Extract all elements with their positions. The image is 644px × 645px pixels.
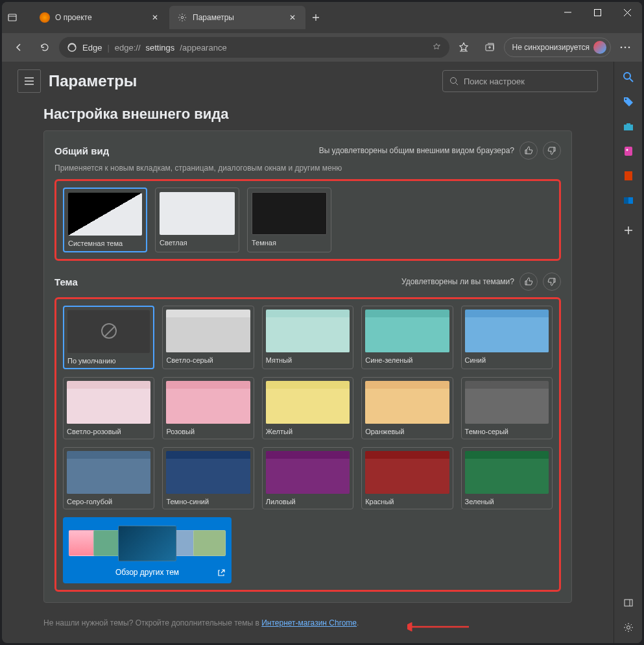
theme-card-2[interactable]: Мятный <box>262 306 353 369</box>
tab-actions-icon[interactable] <box>2 7 23 28</box>
toolbar: Edge | edge://settings/appearance + Не с… <box>2 33 642 62</box>
footer-text: Не нашли нужной темы? Откройте дополните… <box>5 613 611 633</box>
browse-label: Обзор других тем <box>69 568 225 577</box>
svg-line-16 <box>456 83 459 86</box>
close-button[interactable] <box>612 2 642 23</box>
tab-title: Параметры <box>193 13 234 22</box>
sync-button[interactable]: Не синхронизируется <box>504 38 611 57</box>
search-icon <box>449 77 459 86</box>
search-input[interactable]: Поиск настроек <box>442 70 598 92</box>
theme-label: Розовый <box>166 428 250 435</box>
url-prefix: edge:// <box>115 43 141 53</box>
refresh-button[interactable] <box>33 36 56 59</box>
theme-card-10[interactable]: Серо-голубой <box>63 447 154 509</box>
back-button[interactable] <box>7 36 30 59</box>
feedback-text: Удовлетворены ли вы темами? <box>401 277 514 286</box>
reading-list-icon[interactable]: + <box>431 42 442 53</box>
collapse-icon[interactable] <box>621 595 636 611</box>
theme-label: Мятный <box>266 356 350 364</box>
minimize-button[interactable] <box>553 2 582 23</box>
address-bar[interactable]: Edge | edge://settings/appearance + <box>59 37 449 58</box>
external-link-icon <box>217 569 225 577</box>
search-placeholder: Поиск настроек <box>464 77 525 86</box>
theme-card-4[interactable]: Синий <box>461 306 553 369</box>
mode-light[interactable]: Светлая <box>155 188 239 252</box>
thumbs-up-button[interactable] <box>519 273 538 291</box>
theme-card-7[interactable]: Желтый <box>262 377 353 439</box>
svg-point-9 <box>621 47 623 49</box>
browse-themes-button[interactable]: Обзор других тем <box>63 517 232 583</box>
browser-window: О проекте ✕ Параметры ✕ Edge <box>2 2 642 643</box>
search-icon[interactable] <box>621 69 636 85</box>
highlight-box-themes: По умолчаниюСветло-серыйМятныйСине-зелен… <box>54 297 561 592</box>
maximize-button[interactable] <box>582 2 612 23</box>
theme-card-12[interactable]: Лиловый <box>262 447 353 509</box>
svg-point-30 <box>626 626 630 629</box>
shopping-tag-icon[interactable] <box>621 94 636 110</box>
settings-icon[interactable] <box>621 620 636 635</box>
mode-preview <box>68 193 142 236</box>
overall-panel: Общий вид Вы удовлетворены общим внешним… <box>43 130 572 603</box>
mode-dark[interactable]: Темная <box>247 188 331 252</box>
menu-button[interactable] <box>18 69 41 93</box>
outlook-icon[interactable] <box>621 193 636 208</box>
tools-icon[interactable] <box>621 119 636 134</box>
theme-preview <box>365 381 449 424</box>
theme-card-14[interactable]: Зеленый <box>461 447 553 509</box>
theme-preview <box>67 310 150 353</box>
svg-point-10 <box>625 47 626 49</box>
theme-card-11[interactable]: Темно-синий <box>162 447 254 509</box>
office-icon[interactable] <box>621 168 636 184</box>
theme-label: Светло-розовый <box>67 428 150 435</box>
theme-label: Серо-голубой <box>67 498 150 505</box>
svg-rect-21 <box>624 125 633 130</box>
theme-card-5[interactable]: Светло-розовый <box>63 377 154 439</box>
theme-card-0[interactable]: По умолчанию <box>63 306 154 369</box>
thumbs-up-button[interactable] <box>519 141 538 160</box>
svg-rect-23 <box>625 147 632 156</box>
tab-about[interactable]: О проекте ✕ <box>32 6 168 29</box>
tab-strip: О проекте ✕ Параметры ✕ <box>27 6 642 29</box>
theme-card-6[interactable]: Розовый <box>162 377 254 439</box>
theme-card-13[interactable]: Красный <box>361 447 453 509</box>
theme-card-9[interactable]: Темно-серый <box>461 377 553 439</box>
theme-preview <box>266 381 350 424</box>
tab-settings[interactable]: Параметры ✕ <box>169 6 305 29</box>
overall-subtitle: Применяется к новым вкладкам, страницам,… <box>54 164 561 173</box>
theme-label: По умолчанию <box>67 357 150 365</box>
new-tab-button[interactable] <box>307 8 325 27</box>
close-icon[interactable]: ✕ <box>150 12 160 23</box>
theme-label: Синий <box>465 356 549 364</box>
svg-rect-22 <box>626 123 630 125</box>
browse-preview <box>69 524 225 563</box>
theme-card-3[interactable]: Сине-зеленый <box>361 306 453 369</box>
brand-label: Edge <box>82 43 102 53</box>
theme-card-8[interactable]: Оранжевый <box>361 377 453 439</box>
theme-preview <box>365 451 449 494</box>
highlight-box-modes: Системная тема Светлая Темная <box>54 179 561 261</box>
theme-preview <box>465 310 549 352</box>
more-button[interactable] <box>614 36 637 59</box>
svg-point-18 <box>624 73 630 79</box>
right-sidebar <box>614 62 642 643</box>
favorites-button[interactable] <box>452 36 475 59</box>
avatar-icon <box>593 41 606 54</box>
theme-label: Темно-серый <box>465 428 549 435</box>
mode-system[interactable]: Системная тема <box>63 188 147 252</box>
theme-preview <box>465 381 549 424</box>
theme-preview <box>266 310 350 352</box>
settings-main: Параметры Поиск настроек Настройка внешн… <box>2 62 614 643</box>
section-title: Настройка внешнего вида <box>5 101 611 130</box>
chrome-store-link[interactable]: Интернет-магазин Chrome <box>261 618 357 627</box>
thumbs-down-button[interactable] <box>543 273 561 291</box>
add-icon[interactable] <box>621 223 636 238</box>
collections-button[interactable] <box>478 36 501 59</box>
svg-point-11 <box>628 47 630 49</box>
svg-rect-0 <box>8 14 16 21</box>
thumbs-down-button[interactable] <box>543 141 561 160</box>
titlebar: О проекте ✕ Параметры ✕ <box>2 2 642 33</box>
games-icon[interactable] <box>621 143 636 159</box>
theme-card-1[interactable]: Светло-серый <box>162 306 254 369</box>
tab-favicon-icon <box>40 12 50 23</box>
close-icon[interactable]: ✕ <box>287 12 298 23</box>
